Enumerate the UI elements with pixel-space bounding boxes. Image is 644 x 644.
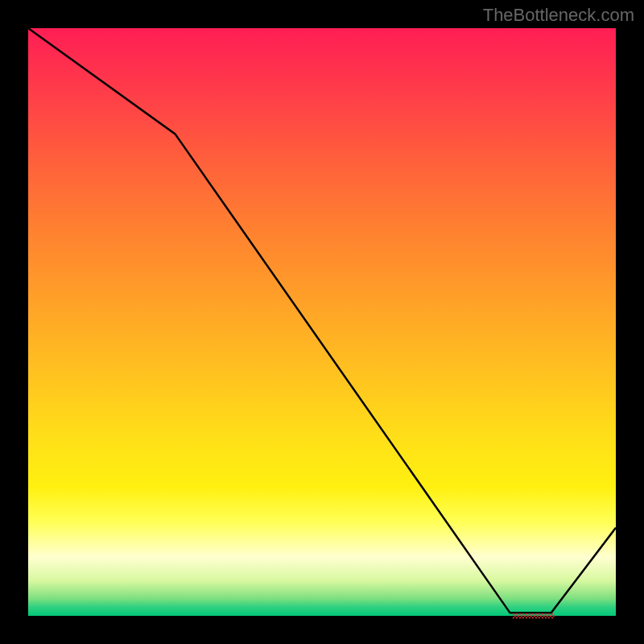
- svg-rect-0: [513, 613, 514, 615]
- svg-rect-13: [514, 615, 516, 617]
- svg-rect-10: [545, 613, 547, 615]
- svg-rect-36: [545, 617, 547, 618]
- svg-rect-20: [537, 615, 539, 617]
- svg-rect-37: [548, 617, 550, 618]
- svg-rect-3: [522, 613, 524, 615]
- chart-flat-marker: [28, 28, 619, 619]
- svg-rect-28: [519, 617, 521, 618]
- svg-rect-6: [532, 613, 534, 615]
- svg-rect-33: [535, 617, 537, 618]
- svg-rect-34: [539, 617, 540, 618]
- svg-rect-30: [526, 617, 527, 618]
- watermark-text: TheBottleneck.com: [483, 5, 634, 26]
- svg-rect-14: [518, 615, 519, 617]
- svg-rect-9: [542, 613, 543, 615]
- chart-plot-area: [27, 27, 617, 617]
- svg-rect-7: [535, 613, 537, 615]
- svg-rect-17: [527, 615, 529, 617]
- svg-rect-12: [551, 613, 553, 615]
- svg-rect-22: [543, 615, 545, 617]
- svg-rect-15: [521, 615, 522, 617]
- svg-rect-23: [547, 615, 548, 617]
- svg-rect-8: [539, 613, 540, 615]
- svg-rect-19: [534, 615, 535, 617]
- svg-rect-35: [542, 617, 543, 618]
- svg-rect-4: [526, 613, 527, 615]
- svg-rect-11: [548, 613, 550, 615]
- svg-rect-21: [540, 615, 542, 617]
- svg-rect-25: [553, 615, 555, 617]
- svg-rect-29: [522, 617, 524, 618]
- svg-rect-1: [516, 613, 518, 615]
- svg-rect-2: [519, 613, 521, 615]
- svg-rect-32: [532, 617, 534, 618]
- svg-rect-16: [524, 615, 526, 617]
- svg-rect-31: [529, 617, 530, 618]
- svg-rect-5: [529, 613, 530, 615]
- svg-rect-18: [530, 615, 532, 617]
- svg-rect-24: [550, 615, 551, 617]
- svg-rect-38: [551, 617, 553, 618]
- svg-rect-26: [513, 617, 514, 618]
- svg-rect-27: [516, 617, 518, 618]
